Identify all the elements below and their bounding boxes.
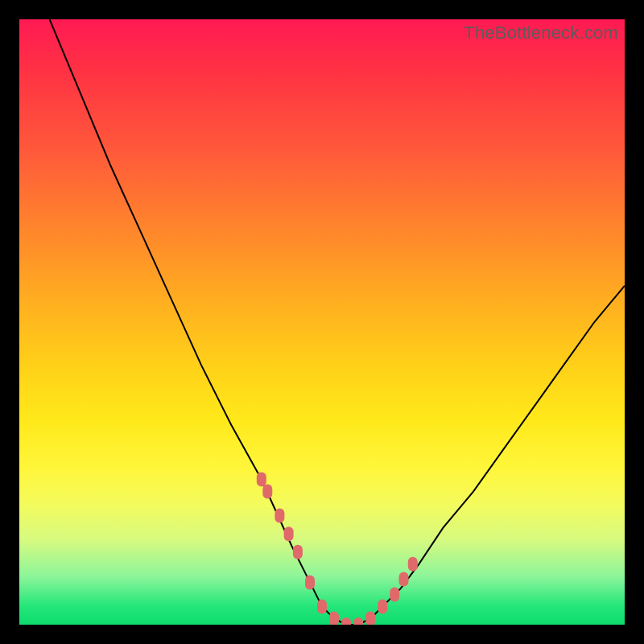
marker-dot — [317, 599, 327, 613]
marker-dot — [341, 617, 351, 625]
bottleneck-curve-line — [50, 19, 625, 625]
marker-dot — [284, 526, 294, 541]
marker-dot — [378, 599, 387, 613]
marker-dot — [257, 473, 266, 487]
marker-dot — [275, 509, 284, 523]
marker-dot — [390, 587, 399, 601]
chart-plot-area: TheBottleneck.com — [19, 19, 625, 625]
marker-dot — [329, 612, 339, 625]
chart-frame: TheBottleneck.com — [0, 0, 644, 644]
chart-svg — [19, 19, 625, 625]
watermark-text: TheBottleneck.com — [464, 23, 618, 43]
marker-dot — [408, 557, 418, 572]
marker-dot — [365, 612, 375, 625]
marker-group — [257, 473, 418, 625]
marker-dot — [262, 485, 272, 499]
marker-dot — [305, 575, 315, 589]
marker-dot — [293, 545, 303, 559]
marker-dot — [353, 617, 363, 625]
marker-dot — [399, 572, 409, 587]
